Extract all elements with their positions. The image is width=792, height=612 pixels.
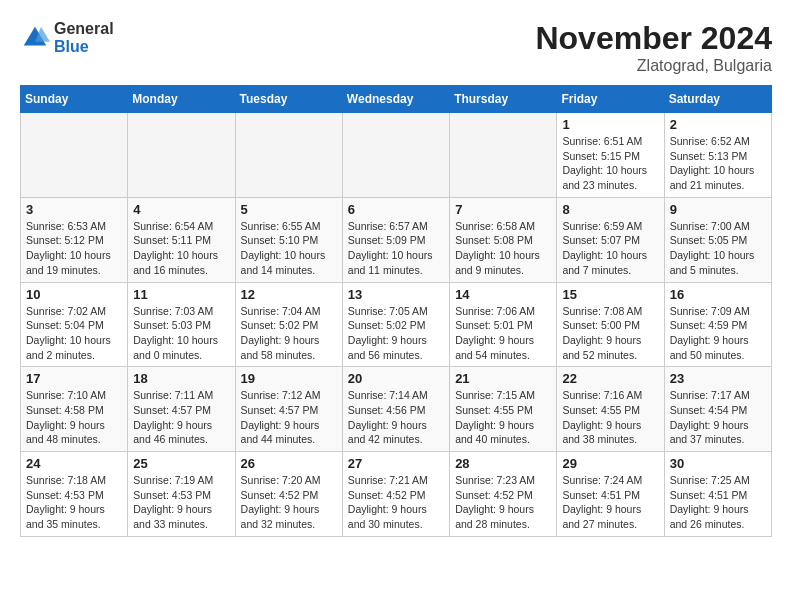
day-cell: 1Sunrise: 6:51 AM Sunset: 5:15 PM Daylig… bbox=[557, 113, 664, 198]
day-info: Sunrise: 6:55 AM Sunset: 5:10 PM Dayligh… bbox=[241, 220, 326, 276]
day-number: 4 bbox=[133, 202, 229, 217]
day-info: Sunrise: 7:23 AM Sunset: 4:52 PM Dayligh… bbox=[455, 474, 535, 530]
day-cell: 21Sunrise: 7:15 AM Sunset: 4:55 PM Dayli… bbox=[450, 367, 557, 452]
day-number: 17 bbox=[26, 371, 122, 386]
day-info: Sunrise: 7:24 AM Sunset: 4:51 PM Dayligh… bbox=[562, 474, 642, 530]
day-info: Sunrise: 6:52 AM Sunset: 5:13 PM Dayligh… bbox=[670, 135, 755, 191]
day-info: Sunrise: 7:04 AM Sunset: 5:02 PM Dayligh… bbox=[241, 305, 321, 361]
day-cell: 13Sunrise: 7:05 AM Sunset: 5:02 PM Dayli… bbox=[342, 282, 449, 367]
day-number: 9 bbox=[670, 202, 766, 217]
day-cell: 24Sunrise: 7:18 AM Sunset: 4:53 PM Dayli… bbox=[21, 452, 128, 537]
day-cell: 3Sunrise: 6:53 AM Sunset: 5:12 PM Daylig… bbox=[21, 197, 128, 282]
day-number: 18 bbox=[133, 371, 229, 386]
logo-text: General Blue bbox=[54, 20, 114, 55]
day-cell: 9Sunrise: 7:00 AM Sunset: 5:05 PM Daylig… bbox=[664, 197, 771, 282]
day-info: Sunrise: 6:51 AM Sunset: 5:15 PM Dayligh… bbox=[562, 135, 647, 191]
day-info: Sunrise: 7:03 AM Sunset: 5:03 PM Dayligh… bbox=[133, 305, 218, 361]
day-number: 27 bbox=[348, 456, 444, 471]
day-number: 1 bbox=[562, 117, 658, 132]
day-number: 6 bbox=[348, 202, 444, 217]
day-cell: 12Sunrise: 7:04 AM Sunset: 5:02 PM Dayli… bbox=[235, 282, 342, 367]
week-row-0: 1Sunrise: 6:51 AM Sunset: 5:15 PM Daylig… bbox=[21, 113, 772, 198]
week-row-4: 24Sunrise: 7:18 AM Sunset: 4:53 PM Dayli… bbox=[21, 452, 772, 537]
logo-icon bbox=[20, 23, 50, 53]
day-number: 8 bbox=[562, 202, 658, 217]
day-info: Sunrise: 6:59 AM Sunset: 5:07 PM Dayligh… bbox=[562, 220, 647, 276]
day-number: 25 bbox=[133, 456, 229, 471]
day-number: 2 bbox=[670, 117, 766, 132]
day-cell: 29Sunrise: 7:24 AM Sunset: 4:51 PM Dayli… bbox=[557, 452, 664, 537]
day-cell: 26Sunrise: 7:20 AM Sunset: 4:52 PM Dayli… bbox=[235, 452, 342, 537]
day-cell: 28Sunrise: 7:23 AM Sunset: 4:52 PM Dayli… bbox=[450, 452, 557, 537]
day-number: 12 bbox=[241, 287, 337, 302]
day-number: 20 bbox=[348, 371, 444, 386]
day-cell: 25Sunrise: 7:19 AM Sunset: 4:53 PM Dayli… bbox=[128, 452, 235, 537]
day-cell: 15Sunrise: 7:08 AM Sunset: 5:00 PM Dayli… bbox=[557, 282, 664, 367]
day-number: 15 bbox=[562, 287, 658, 302]
week-row-2: 10Sunrise: 7:02 AM Sunset: 5:04 PM Dayli… bbox=[21, 282, 772, 367]
day-cell: 16Sunrise: 7:09 AM Sunset: 4:59 PM Dayli… bbox=[664, 282, 771, 367]
day-cell: 11Sunrise: 7:03 AM Sunset: 5:03 PM Dayli… bbox=[128, 282, 235, 367]
day-cell: 22Sunrise: 7:16 AM Sunset: 4:55 PM Dayli… bbox=[557, 367, 664, 452]
day-info: Sunrise: 7:17 AM Sunset: 4:54 PM Dayligh… bbox=[670, 389, 750, 445]
day-number: 5 bbox=[241, 202, 337, 217]
day-number: 16 bbox=[670, 287, 766, 302]
header-cell-wednesday: Wednesday bbox=[342, 86, 449, 113]
day-cell: 8Sunrise: 6:59 AM Sunset: 5:07 PM Daylig… bbox=[557, 197, 664, 282]
day-cell: 20Sunrise: 7:14 AM Sunset: 4:56 PM Dayli… bbox=[342, 367, 449, 452]
day-cell bbox=[235, 113, 342, 198]
day-info: Sunrise: 7:18 AM Sunset: 4:53 PM Dayligh… bbox=[26, 474, 106, 530]
day-number: 3 bbox=[26, 202, 122, 217]
day-info: Sunrise: 7:00 AM Sunset: 5:05 PM Dayligh… bbox=[670, 220, 755, 276]
week-row-3: 17Sunrise: 7:10 AM Sunset: 4:58 PM Dayli… bbox=[21, 367, 772, 452]
day-cell: 7Sunrise: 6:58 AM Sunset: 5:08 PM Daylig… bbox=[450, 197, 557, 282]
day-number: 28 bbox=[455, 456, 551, 471]
day-number: 14 bbox=[455, 287, 551, 302]
day-number: 24 bbox=[26, 456, 122, 471]
day-info: Sunrise: 7:14 AM Sunset: 4:56 PM Dayligh… bbox=[348, 389, 428, 445]
day-number: 7 bbox=[455, 202, 551, 217]
day-cell: 19Sunrise: 7:12 AM Sunset: 4:57 PM Dayli… bbox=[235, 367, 342, 452]
day-cell: 2Sunrise: 6:52 AM Sunset: 5:13 PM Daylig… bbox=[664, 113, 771, 198]
day-info: Sunrise: 6:58 AM Sunset: 5:08 PM Dayligh… bbox=[455, 220, 540, 276]
day-info: Sunrise: 7:02 AM Sunset: 5:04 PM Dayligh… bbox=[26, 305, 111, 361]
logo: General Blue bbox=[20, 20, 114, 55]
logo-blue: Blue bbox=[54, 38, 114, 56]
day-info: Sunrise: 7:06 AM Sunset: 5:01 PM Dayligh… bbox=[455, 305, 535, 361]
day-info: Sunrise: 7:11 AM Sunset: 4:57 PM Dayligh… bbox=[133, 389, 213, 445]
day-number: 22 bbox=[562, 371, 658, 386]
day-cell: 14Sunrise: 7:06 AM Sunset: 5:01 PM Dayli… bbox=[450, 282, 557, 367]
day-cell bbox=[21, 113, 128, 198]
day-cell: 4Sunrise: 6:54 AM Sunset: 5:11 PM Daylig… bbox=[128, 197, 235, 282]
day-cell bbox=[450, 113, 557, 198]
day-info: Sunrise: 7:05 AM Sunset: 5:02 PM Dayligh… bbox=[348, 305, 428, 361]
day-info: Sunrise: 7:10 AM Sunset: 4:58 PM Dayligh… bbox=[26, 389, 106, 445]
header-cell-saturday: Saturday bbox=[664, 86, 771, 113]
day-number: 11 bbox=[133, 287, 229, 302]
header-cell-thursday: Thursday bbox=[450, 86, 557, 113]
day-cell: 10Sunrise: 7:02 AM Sunset: 5:04 PM Dayli… bbox=[21, 282, 128, 367]
day-info: Sunrise: 7:09 AM Sunset: 4:59 PM Dayligh… bbox=[670, 305, 750, 361]
day-cell bbox=[128, 113, 235, 198]
day-number: 21 bbox=[455, 371, 551, 386]
calendar: SundayMondayTuesdayWednesdayThursdayFrid… bbox=[20, 85, 772, 537]
day-info: Sunrise: 6:53 AM Sunset: 5:12 PM Dayligh… bbox=[26, 220, 111, 276]
day-info: Sunrise: 7:25 AM Sunset: 4:51 PM Dayligh… bbox=[670, 474, 750, 530]
day-cell: 17Sunrise: 7:10 AM Sunset: 4:58 PM Dayli… bbox=[21, 367, 128, 452]
header-cell-tuesday: Tuesday bbox=[235, 86, 342, 113]
calendar-body: 1Sunrise: 6:51 AM Sunset: 5:15 PM Daylig… bbox=[21, 113, 772, 537]
logo-general: General bbox=[54, 20, 114, 38]
day-cell: 6Sunrise: 6:57 AM Sunset: 5:09 PM Daylig… bbox=[342, 197, 449, 282]
title-area: November 2024 Zlatograd, Bulgaria bbox=[535, 20, 772, 75]
day-info: Sunrise: 6:54 AM Sunset: 5:11 PM Dayligh… bbox=[133, 220, 218, 276]
header-row: SundayMondayTuesdayWednesdayThursdayFrid… bbox=[21, 86, 772, 113]
day-number: 29 bbox=[562, 456, 658, 471]
day-number: 26 bbox=[241, 456, 337, 471]
day-info: Sunrise: 7:15 AM Sunset: 4:55 PM Dayligh… bbox=[455, 389, 535, 445]
calendar-header: SundayMondayTuesdayWednesdayThursdayFrid… bbox=[21, 86, 772, 113]
day-number: 13 bbox=[348, 287, 444, 302]
day-number: 30 bbox=[670, 456, 766, 471]
day-info: Sunrise: 7:08 AM Sunset: 5:00 PM Dayligh… bbox=[562, 305, 642, 361]
header-cell-monday: Monday bbox=[128, 86, 235, 113]
month-title: November 2024 bbox=[535, 20, 772, 57]
